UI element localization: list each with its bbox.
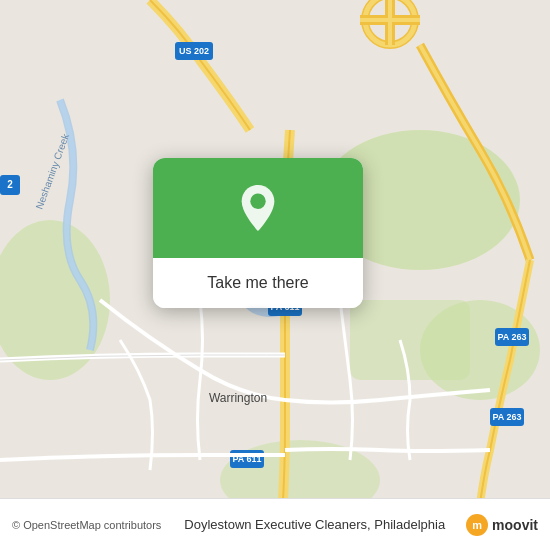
moovit-icon: m (466, 514, 488, 536)
svg-text:US 202: US 202 (179, 46, 209, 56)
popup-card: Take me there (153, 158, 363, 308)
svg-text:2: 2 (7, 179, 13, 190)
location-name: Doylestown Executive Cleaners, Philadelp… (163, 517, 466, 532)
svg-text:PA 263: PA 263 (492, 412, 521, 422)
copyright-text: © OpenStreetMap contributors (12, 519, 163, 531)
map-pin (238, 183, 278, 233)
take-me-there-button[interactable]: Take me there (153, 258, 363, 308)
svg-text:Warrington: Warrington (209, 391, 267, 405)
svg-rect-5 (350, 300, 470, 380)
moovit-text: moovit (492, 517, 538, 533)
popup-map-area (153, 158, 363, 258)
bottom-bar: © OpenStreetMap contributors Doylestown … (0, 498, 550, 550)
moovit-logo: m moovit (466, 514, 538, 536)
svg-point-23 (250, 194, 265, 209)
map-container: Neshaminy Creek US 202 PA 611 PA 611 PA … (0, 0, 550, 550)
svg-text:PA 263: PA 263 (497, 332, 526, 342)
